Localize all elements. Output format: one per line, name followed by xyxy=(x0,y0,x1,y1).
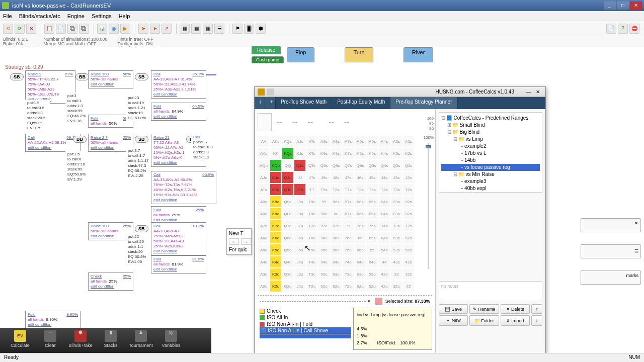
cc-tab-planner[interactable]: Pre-flop Strategy Planner xyxy=(390,97,457,109)
grid-cell[interactable]: T7s xyxy=(342,184,354,196)
grid-cell[interactable]: J8o xyxy=(294,208,306,220)
grid-cell[interactable]: 87o xyxy=(330,220,342,232)
grid-cell[interactable]: Q4o xyxy=(282,256,294,268)
grid-cell[interactable]: A5s xyxy=(366,135,378,147)
grid-cell[interactable]: 52o xyxy=(366,280,378,292)
grid-cell[interactable]: A9s xyxy=(318,135,330,147)
grid-cell[interactable]: J6s xyxy=(354,171,366,184)
grid-cell[interactable]: 22 xyxy=(403,280,415,292)
grid-cell[interactable]: 54o xyxy=(366,256,378,268)
grid-cell[interactable]: K7o xyxy=(270,220,282,232)
grid-cell[interactable]: K5o xyxy=(270,244,282,256)
grid-cell[interactable]: 64o xyxy=(354,256,366,268)
grid-cell[interactable]: 92o xyxy=(318,280,330,292)
grid-cell[interactable]: 95o xyxy=(318,244,330,256)
grid-cell[interactable]: A9o xyxy=(258,196,270,208)
grid-cell[interactable]: 64s xyxy=(378,232,390,244)
menu-help[interactable]: Help xyxy=(119,13,130,19)
grid-cell[interactable]: T8s xyxy=(330,184,342,196)
grid-cell[interactable]: Q3o xyxy=(282,268,294,280)
grid-cell[interactable]: KJo xyxy=(270,171,282,184)
grid-cell[interactable]: Q9o xyxy=(282,196,294,208)
grid-cell[interactable]: 66 xyxy=(354,232,366,244)
grid-cell[interactable]: J9o xyxy=(294,196,306,208)
minimize-button[interactable]: _ xyxy=(604,2,616,10)
up-button[interactable]: ↑ xyxy=(531,304,542,314)
river-tab[interactable]: River xyxy=(404,47,434,62)
node-bb-raise100[interactable]: Raise 10050% 50%+:all hands edit conditi… xyxy=(88,70,133,88)
grid-cell[interactable]: 75o xyxy=(342,244,354,256)
grid-cell[interactable]: KJs xyxy=(294,147,306,159)
grid-cell[interactable]: T6o xyxy=(306,232,318,244)
grid-cell[interactable]: QQ xyxy=(282,159,294,171)
grid-cell[interactable]: ATs xyxy=(306,135,318,147)
grid-cell[interactable]: 86s xyxy=(354,208,366,220)
nav-fwd-icon[interactable]: → xyxy=(241,238,251,245)
flop-tab[interactable]: Flop xyxy=(287,47,314,62)
grid-cell[interactable]: Q3s xyxy=(390,159,403,171)
new-label[interactable]: New T xyxy=(229,231,244,236)
grid-cell[interactable]: 88 xyxy=(330,208,342,220)
maximize-button[interactable]: □ xyxy=(617,2,629,10)
node-sb5-call[interactable]: Call60.9% AA-33,AKs-A2 50.8% 75%+:T2s-T3… xyxy=(151,171,216,204)
dup-icon[interactable]: ⿻ xyxy=(67,24,77,34)
grid-cell[interactable]: QTo xyxy=(282,184,294,196)
grid-cell[interactable]: 33 xyxy=(390,268,403,280)
grid-cell[interactable]: T4s xyxy=(378,184,390,196)
arrow1-icon[interactable]: ➤ xyxy=(138,24,148,34)
grid-cell[interactable]: 42o xyxy=(378,280,390,292)
grid-cell[interactable]: K6s xyxy=(354,147,366,159)
menu-settings[interactable]: Settings xyxy=(92,13,112,19)
blinds-rake-button[interactable]: ⬢Blinds+rake xyxy=(65,330,96,351)
grid-cell[interactable]: 84s xyxy=(378,208,390,220)
grid-cell[interactable]: 43o xyxy=(378,268,390,280)
paste-icon[interactable]: 📄 xyxy=(56,24,66,34)
grid-cell[interactable]: 82o xyxy=(330,280,342,292)
grid-cell[interactable]: JJ xyxy=(294,171,306,184)
grid-cell[interactable]: 44 xyxy=(378,256,390,268)
side-close-box[interactable]: ✕ xyxy=(581,218,641,232)
notes-box[interactable]: no notes xyxy=(439,281,542,301)
grid-cell[interactable]: K4o xyxy=(270,256,282,268)
arrow2-icon[interactable]: ➤ xyxy=(150,24,160,34)
grid-cell[interactable]: J2s xyxy=(403,171,415,184)
grid-cell[interactable]: Q2s xyxy=(403,159,415,171)
down-button[interactable]: ↓ xyxy=(531,315,542,326)
grid-cell[interactable]: Q8s xyxy=(330,159,342,171)
node-fold-final[interactable]: Fold9.95% all hands 9.95% edit condition xyxy=(25,311,80,329)
grid-cell[interactable]: 62s xyxy=(403,232,415,244)
menu-file[interactable]: File xyxy=(3,13,12,19)
relative-tab[interactable]: Relative xyxy=(252,46,281,54)
import-button[interactable]: ⇩ Import xyxy=(501,315,530,326)
grid-cell[interactable]: 62o xyxy=(354,280,366,292)
grid-cell[interactable]: 63o xyxy=(354,268,366,280)
grid-cell[interactable]: 43s xyxy=(390,256,403,268)
cc-tab-equity[interactable]: Post-flop Equity Math xyxy=(332,97,390,109)
grid-cell[interactable]: A3o xyxy=(258,268,270,280)
delete-icon[interactable]: ✕ xyxy=(26,24,36,34)
grid-cell[interactable]: T2o xyxy=(306,280,318,292)
hand-grid[interactable]: AAAKsAQsAJsATsA9sA8sA7sA6sA5sA4sA3sA2sAK… xyxy=(258,135,432,292)
stop-icon[interactable]: ⛔ xyxy=(629,24,639,34)
grid-cell[interactable]: JTs xyxy=(306,171,318,184)
grid-cell[interactable]: J8s xyxy=(330,171,342,184)
grid-cell[interactable]: J3s xyxy=(390,171,403,184)
grid-cell[interactable]: A7s xyxy=(342,135,354,147)
flag-icon[interactable]: ⚑ xyxy=(232,24,243,34)
grid-cell[interactable]: 97o xyxy=(318,220,330,232)
cash-tab[interactable]: Cash game xyxy=(252,56,284,63)
grid-cell[interactable]: A7o xyxy=(258,220,270,232)
back-icon[interactable]: ⟲ xyxy=(3,24,13,34)
grid-cell[interactable]: K9o xyxy=(270,196,282,208)
grid-cell[interactable]: T5s xyxy=(366,184,378,196)
grid-cell[interactable]: 93o xyxy=(318,268,330,280)
grid-cell[interactable]: KTs xyxy=(306,147,318,159)
grid-cell[interactable]: QJs xyxy=(294,159,306,171)
grid-cell[interactable]: 97s xyxy=(342,196,354,208)
grid-cell[interactable]: QTs xyxy=(306,159,318,171)
node-sb5-fold[interactable]: Fold29% all hands 29% edit condition xyxy=(151,206,206,224)
grid-cell[interactable]: 32s xyxy=(403,268,415,280)
grid-cell[interactable]: J4s xyxy=(378,171,390,184)
rename-button[interactable]: ✎ Rename xyxy=(469,304,499,314)
grid-cell[interactable]: J5s xyxy=(366,171,378,184)
